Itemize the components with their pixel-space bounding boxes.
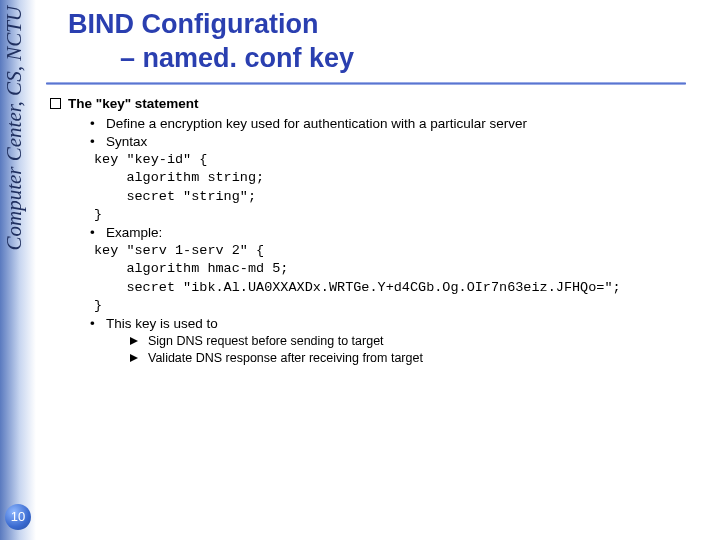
title-line-2: – named. conf key <box>68 42 702 76</box>
title-underline <box>46 82 686 85</box>
bullet-item: Define a encryption key used for authent… <box>90 115 712 133</box>
body-text: The "key" statement Define a encryption … <box>46 95 712 368</box>
section-heading-text: The "key" statement <box>68 96 199 111</box>
code-example-line: secret "ibk.Al.UA0XXAXDx.WRTGe.Y+d4CGb.O… <box>50 279 712 297</box>
code-syntax-line: algorithm string; <box>50 169 712 187</box>
code-example-line: key "serv 1-serv 2" { <box>50 242 712 260</box>
sidebar-gradient: Computer Center, CS, NCTU 10 <box>0 0 36 540</box>
slide-content: BIND Configuration – named. conf key The… <box>46 0 712 540</box>
bullet-list: This key is used to <box>50 315 712 333</box>
sub-bullet-item: Sign DNS request before sending to targe… <box>130 333 712 350</box>
bullet-item: Example: <box>90 224 712 242</box>
checkbox-bullet-icon <box>50 98 61 109</box>
bullet-list: Define a encryption key used for authent… <box>50 115 712 151</box>
code-example-line: } <box>50 297 712 315</box>
title-line-1: BIND Configuration <box>68 8 702 42</box>
code-example-line: algorithm hmac-md 5; <box>50 260 712 278</box>
bullet-item: This key is used to <box>90 315 712 333</box>
sub-bullet-item: Validate DNS response after receiving fr… <box>130 350 712 367</box>
bullet-item: Syntax <box>90 133 712 151</box>
code-syntax-line: } <box>50 206 712 224</box>
section-heading: The "key" statement <box>50 95 712 113</box>
slide-title: BIND Configuration – named. conf key <box>46 0 712 78</box>
code-syntax-line: secret "string"; <box>50 188 712 206</box>
sidebar-org-label: Computer Center, CS, NCTU <box>2 6 27 250</box>
sub-bullet-list: Sign DNS request before sending to targe… <box>50 333 712 367</box>
page-number-badge: 10 <box>5 504 31 530</box>
bullet-list: Example: <box>50 224 712 242</box>
code-syntax-line: key "key-id" { <box>50 151 712 169</box>
